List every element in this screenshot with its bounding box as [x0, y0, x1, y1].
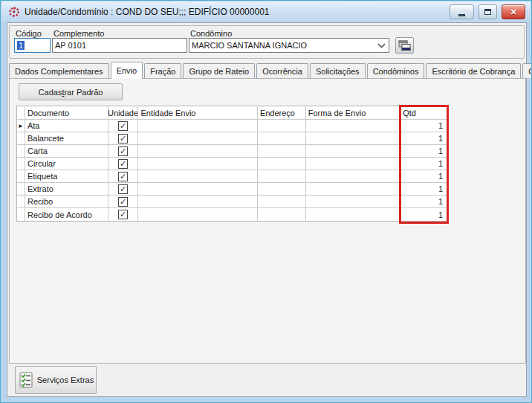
table-row[interactable]: Circular ✓ 1 — [17, 158, 447, 170]
cell-documento[interactable]: Recibo — [25, 196, 108, 207]
row-selector-cell — [17, 183, 25, 195]
dialog-client: Código Complemento Condômino 1 AP 0101 M… — [7, 22, 527, 397]
cell-qtd[interactable]: 1 — [400, 145, 447, 157]
cell-forma-envio[interactable] — [306, 132, 401, 144]
unidade-checkbox[interactable]: ✓ — [118, 121, 128, 131]
cell-qtd[interactable]: 1 — [400, 132, 447, 144]
header-forma-de-envio[interactable]: Forma de Envio — [306, 106, 401, 119]
unidade-checkbox[interactable]: ✓ — [118, 197, 128, 207]
titlebar[interactable]: Unidade/Condomínio : COND DO SEU;;; EDIF… — [1, 1, 531, 22]
tab-observacoes[interactable]: Observações — [522, 63, 532, 78]
cell-entidade-envio[interactable] — [138, 120, 257, 132]
cell-endereco[interactable] — [258, 196, 306, 207]
check-icon: ✓ — [120, 185, 126, 193]
cell-forma-envio[interactable] — [306, 120, 401, 132]
chevron-down-icon[interactable] — [377, 42, 386, 48]
cell-entidade-envio[interactable] — [138, 158, 257, 170]
cell-documento[interactable]: Ata — [25, 120, 108, 132]
cell-entidade-envio[interactable] — [138, 196, 257, 207]
cell-unidade: ✓ — [108, 183, 139, 195]
table-row[interactable]: Recibo ✓ 1 — [17, 196, 447, 208]
condomino-browse-button[interactable] — [395, 37, 414, 54]
cell-endereco[interactable] — [258, 170, 306, 182]
cell-entidade-envio[interactable] — [138, 132, 257, 144]
table-row[interactable]: Etiqueta ✓ 1 — [17, 170, 447, 183]
cell-endereco[interactable] — [258, 132, 306, 144]
unidade-checkbox[interactable]: ✓ — [118, 184, 128, 194]
cell-endereco[interactable] — [258, 145, 306, 157]
cell-qtd[interactable]: 1 — [400, 208, 447, 221]
complemento-input[interactable]: AP 0101 — [52, 38, 187, 53]
unidade-checkbox[interactable]: ✓ — [118, 146, 128, 156]
header-entidade-envio[interactable]: Entidade Envio — [138, 106, 257, 119]
header-endereco[interactable]: Endereço — [258, 106, 306, 119]
cell-unidade: ✓ — [108, 170, 139, 182]
row-selector-cell: ► — [17, 120, 25, 132]
cell-qtd[interactable]: 1 — [400, 183, 447, 195]
cell-endereco[interactable] — [258, 208, 306, 221]
tab-fracao[interactable]: Fração — [144, 63, 181, 78]
condomino-combobox[interactable]: MARCIO SANTANNA IGNACIO — [189, 38, 389, 53]
unidade-checkbox[interactable]: ✓ — [118, 134, 128, 144]
cell-documento[interactable]: Extrato — [25, 183, 108, 195]
row-selector-cell — [17, 158, 25, 170]
cell-endereco[interactable] — [258, 120, 306, 132]
cell-documento[interactable]: Carta — [25, 145, 108, 157]
cell-documento[interactable]: Balancete — [25, 132, 108, 144]
tab-ocorrencia[interactable]: Ocorrência — [256, 63, 308, 78]
unidade-checkbox[interactable]: ✓ — [118, 172, 128, 181]
close-button[interactable]: ✕ — [502, 4, 525, 19]
cell-endereco[interactable] — [258, 183, 306, 195]
cell-entidade-envio[interactable] — [138, 183, 257, 195]
tab-envio[interactable]: Envio — [111, 62, 143, 79]
cell-qtd[interactable]: 1 — [400, 120, 447, 132]
cell-forma-envio[interactable] — [306, 170, 401, 182]
tab-escritorio-de-cobranca[interactable]: Escritório de Cobrança — [426, 63, 521, 78]
row-selector-cell — [17, 145, 25, 157]
codigo-input[interactable]: 1 — [14, 38, 51, 53]
tab-condominos[interactable]: Condôminos — [367, 63, 425, 78]
cell-forma-envio[interactable] — [306, 196, 401, 207]
table-row[interactable]: Extrato ✓ 1 — [17, 183, 447, 196]
unidade-checkbox[interactable]: ✓ — [118, 159, 128, 169]
header-unidade[interactable]: Unidade — [108, 106, 139, 119]
cell-endereco[interactable] — [258, 158, 306, 170]
cell-qtd[interactable]: 1 — [400, 158, 447, 170]
row-selector-cell — [17, 196, 25, 207]
condomino-label: Condômino — [190, 29, 232, 38]
row-selector-cell — [17, 208, 25, 221]
tab-dados-complementares[interactable]: Dados Complementares — [9, 63, 109, 78]
servicos-extras-button[interactable]: Serviços Extras — [15, 366, 97, 394]
cell-documento[interactable]: Etiqueta — [25, 170, 108, 182]
cell-forma-envio[interactable] — [306, 145, 401, 157]
row-selector-cell — [17, 170, 25, 182]
cell-forma-envio[interactable] — [306, 183, 401, 195]
row-selector-cell — [17, 132, 25, 144]
cell-forma-envio[interactable] — [306, 208, 401, 221]
check-icon: ✓ — [120, 198, 126, 206]
cell-entidade-envio[interactable] — [138, 170, 257, 182]
header-qtd[interactable]: Qtd — [400, 106, 447, 119]
cell-entidade-envio[interactable] — [138, 208, 257, 221]
cell-forma-envio[interactable] — [306, 158, 401, 170]
table-row[interactable]: ► Ata ✓ 1 — [17, 120, 447, 132]
tab-solicitacoes[interactable]: Solicitações — [310, 63, 366, 78]
cadastrar-padrao-button[interactable]: Cadastrar Padrão — [19, 83, 123, 100]
cell-unidade: ✓ — [108, 132, 139, 144]
cell-unidade: ✓ — [108, 145, 139, 157]
table-row[interactable]: Recibo de Acordo ✓ 1 — [17, 208, 447, 221]
header-documento[interactable]: Documento — [25, 106, 108, 119]
minimize-button[interactable] — [450, 4, 474, 19]
cell-unidade: ✓ — [108, 208, 139, 221]
table-row[interactable]: Balancete ✓ 1 — [17, 132, 447, 145]
unidade-checkbox[interactable]: ✓ — [118, 210, 128, 219]
maximize-button[interactable] — [479, 4, 497, 19]
tab-grupo-de-rateio[interactable]: Grupo de Rateio — [183, 63, 255, 78]
cell-documento[interactable]: Circular — [25, 158, 108, 170]
table-row[interactable]: Carta ✓ 1 — [17, 145, 447, 158]
cell-documento[interactable]: Recibo de Acordo — [25, 208, 108, 221]
minimize-icon — [458, 14, 465, 16]
cell-entidade-envio[interactable] — [138, 145, 257, 157]
cell-qtd[interactable]: 1 — [400, 170, 447, 182]
cell-qtd[interactable]: 1 — [400, 196, 447, 207]
